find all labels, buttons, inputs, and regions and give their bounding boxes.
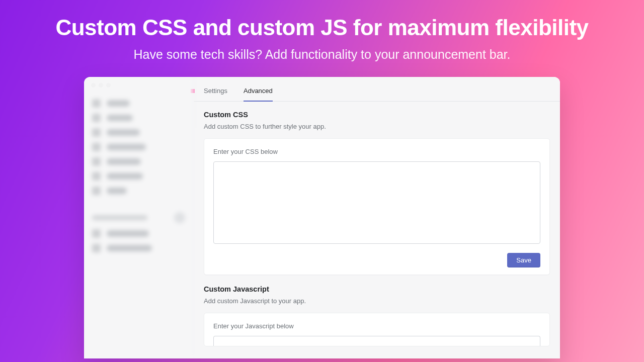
sidebar-section-header (84, 209, 193, 226)
js-card: Enter your Javascript below (204, 313, 550, 346)
section-desc: Add custom Javascript to your app. (204, 297, 550, 305)
sidebar-item[interactable] (84, 184, 193, 198)
tab-advanced[interactable]: Advanced (244, 87, 273, 102)
nav-icon (92, 187, 101, 195)
hero-title: Custom CSS and custom JS for maximum fle… (55, 15, 588, 40)
main-panel: Settings Advanced Custom CSS Add custom … (194, 77, 560, 358)
sidebar-item-label (107, 158, 141, 165)
sidebar-item-label (107, 100, 130, 107)
js-input-label: Enter your Javascript below (213, 322, 540, 330)
sidebar-item[interactable] (84, 169, 193, 184)
nav-icon (92, 229, 101, 238)
sidebar (84, 77, 194, 358)
nav-icon (92, 99, 101, 108)
sidebar-item-label (107, 129, 140, 136)
nav-icon (92, 128, 101, 137)
css-card: Enter your CSS below Save (204, 138, 550, 275)
section-desc: Add custom CSS to further style your app… (204, 123, 550, 130)
sidebar-item[interactable] (84, 154, 193, 169)
sidebar-item-label (107, 245, 152, 251)
sidebar-item-label (107, 230, 149, 237)
tab-settings[interactable]: Settings (204, 87, 227, 101)
tabs: Settings Advanced (194, 77, 560, 102)
custom-css-section: Custom CSS Add custom CSS to further sty… (194, 102, 560, 275)
hero-subtitle: Have some tech skills? Add functionality… (133, 47, 510, 62)
sidebar-item-label (107, 188, 127, 194)
sidebar-item[interactable] (84, 226, 193, 241)
nav-icon (92, 143, 101, 151)
sidebar-item[interactable] (84, 111, 193, 125)
sidebar-item-label (107, 115, 133, 121)
app-window: Settings Advanced Custom CSS Add custom … (84, 77, 560, 358)
sidebar-item[interactable] (84, 96, 193, 111)
add-icon[interactable] (174, 212, 185, 223)
sidebar-item[interactable] (84, 241, 193, 255)
nav-icon (92, 244, 101, 252)
css-textarea[interactable] (213, 161, 540, 244)
css-input-label: Enter your CSS below (213, 148, 540, 155)
sidebar-section-label (92, 215, 147, 220)
section-title: Custom Javascript (204, 285, 550, 293)
sidebar-item-label (107, 144, 146, 150)
section-title: Custom CSS (204, 111, 550, 119)
save-button[interactable]: Save (507, 253, 540, 267)
sidebar-item[interactable] (84, 140, 193, 154)
sidebar-item[interactable] (84, 125, 193, 140)
nav-icon (92, 172, 101, 180)
js-textarea[interactable] (213, 336, 540, 346)
nav-icon (92, 157, 101, 166)
custom-js-section: Custom Javascript Add custom Javascript … (194, 275, 560, 346)
nav-icon (92, 114, 101, 122)
sidebar-item-label (107, 173, 143, 179)
